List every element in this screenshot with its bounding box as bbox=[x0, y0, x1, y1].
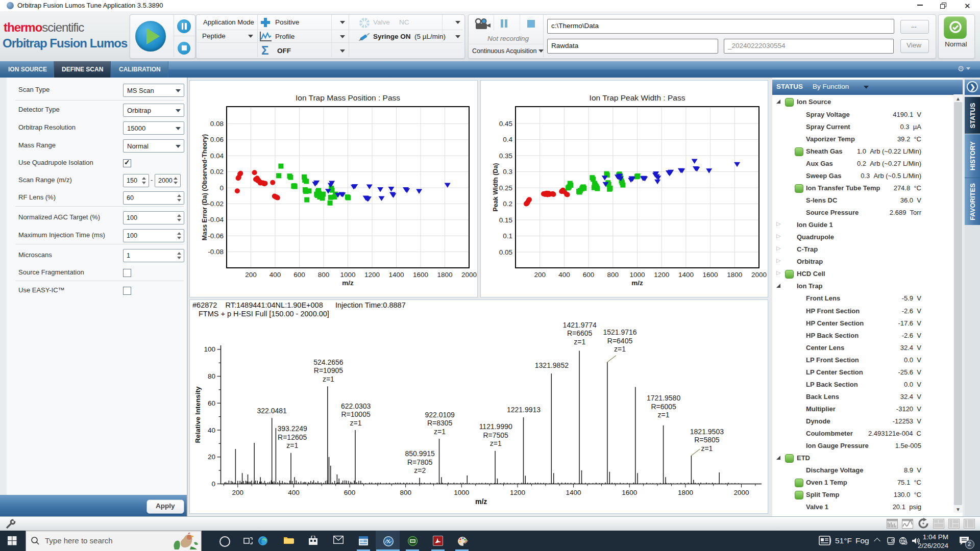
svg-text:0.4: 0.4 bbox=[503, 136, 512, 143]
svg-text:Peak Width (Da): Peak Width (Da) bbox=[492, 163, 499, 211]
svg-text:z=1: z=1 bbox=[490, 439, 502, 447]
svg-text:1221.9913: 1221.9913 bbox=[507, 406, 541, 414]
svg-text:1400: 1400 bbox=[566, 489, 581, 496]
svg-text:200: 200 bbox=[534, 271, 546, 279]
svg-text:z=1: z=1 bbox=[614, 345, 626, 353]
svg-text:524.2656: 524.2656 bbox=[313, 358, 344, 366]
svg-text:m/z: m/z bbox=[631, 279, 643, 287]
svg-text:1600: 1600 bbox=[622, 489, 637, 496]
svg-text:R=5805: R=5805 bbox=[694, 436, 720, 444]
svg-text:1200: 1200 bbox=[654, 271, 669, 279]
svg-text:R=7505: R=7505 bbox=[483, 431, 508, 439]
svg-text:z=1: z=1 bbox=[350, 419, 362, 427]
svg-text:80: 80 bbox=[208, 372, 215, 380]
svg-text:1121.9990: 1121.9990 bbox=[479, 422, 512, 431]
svg-text:0.15: 0.15 bbox=[499, 216, 512, 224]
svg-text:1600: 1600 bbox=[703, 271, 718, 279]
svg-text:-0.02: -0.02 bbox=[208, 200, 224, 208]
svg-text:0: 0 bbox=[219, 184, 224, 192]
svg-text:0.06: 0.06 bbox=[210, 136, 224, 143]
svg-text:1000: 1000 bbox=[629, 271, 645, 279]
svg-text:Ion Trap Mass Position : Pass: Ion Trap Mass Position : Pass bbox=[296, 93, 400, 102]
svg-text:z=1: z=1 bbox=[323, 375, 334, 383]
svg-text:z=1: z=1 bbox=[434, 428, 446, 436]
svg-text:800: 800 bbox=[607, 271, 619, 279]
svg-text:0.45: 0.45 bbox=[499, 120, 512, 128]
svg-text:600: 600 bbox=[344, 489, 356, 496]
svg-text:Relative Intensity: Relative Intensity bbox=[194, 386, 202, 443]
svg-text:#62872 RT:1489441:04NL:1.90: #62872 RT:1489441:04NL:1.90E+008 Injecti… bbox=[192, 301, 406, 309]
svg-text:z=2: z=2 bbox=[414, 466, 426, 474]
svg-text:1400: 1400 bbox=[678, 271, 694, 279]
svg-text:40: 40 bbox=[208, 427, 215, 434]
svg-text:m/z: m/z bbox=[475, 497, 487, 506]
svg-text:0.3: 0.3 bbox=[503, 168, 512, 176]
svg-text:1800: 1800 bbox=[678, 489, 693, 496]
svg-text:0.04: 0.04 bbox=[210, 152, 224, 160]
svg-text:600: 600 bbox=[583, 271, 595, 279]
svg-text:-0.06: -0.06 bbox=[208, 232, 224, 240]
svg-text:0.25: 0.25 bbox=[499, 184, 512, 192]
svg-text:20: 20 bbox=[208, 453, 215, 461]
svg-text:0.05: 0.05 bbox=[499, 248, 512, 256]
svg-text:0.02: 0.02 bbox=[210, 168, 224, 176]
svg-text:322.0481: 322.0481 bbox=[257, 407, 287, 415]
svg-text:1321.9852: 1321.9852 bbox=[535, 361, 569, 369]
svg-text:m/z: m/z bbox=[342, 279, 354, 287]
svg-text:0.08: 0.08 bbox=[210, 120, 224, 128]
svg-text:393.2249: 393.2249 bbox=[277, 424, 307, 433]
svg-text:R=12605: R=12605 bbox=[278, 433, 307, 441]
svg-text:2000: 2000 bbox=[751, 271, 767, 279]
svg-text:1421.9774: 1421.9774 bbox=[563, 321, 597, 329]
svg-text:100: 100 bbox=[204, 345, 215, 353]
svg-text:800: 800 bbox=[318, 271, 330, 279]
svg-text:2000: 2000 bbox=[461, 271, 477, 279]
svg-text:200: 200 bbox=[232, 489, 244, 496]
svg-text:2000: 2000 bbox=[733, 489, 749, 496]
svg-text:z=1: z=1 bbox=[286, 441, 298, 449]
svg-text:922.0109: 922.0109 bbox=[425, 411, 455, 419]
svg-text:850.9915: 850.9915 bbox=[405, 449, 435, 458]
svg-text:FTMS + p H-ESI Full [150.00 -: FTMS + p H-ESI Full [150.00 - 2000.00] bbox=[199, 310, 329, 318]
svg-text:1521.9716: 1521.9716 bbox=[603, 328, 636, 336]
svg-text:1400: 1400 bbox=[388, 271, 404, 279]
svg-text:800: 800 bbox=[400, 489, 411, 496]
svg-text:1000: 1000 bbox=[340, 271, 355, 279]
svg-text:Ion Trap Peak Width : Pass: Ion Trap Peak Width : Pass bbox=[590, 93, 685, 102]
svg-text:400: 400 bbox=[270, 271, 281, 279]
svg-text:R=10005: R=10005 bbox=[341, 410, 370, 418]
svg-text:R=6005: R=6005 bbox=[651, 403, 676, 411]
svg-text:400: 400 bbox=[558, 271, 570, 279]
svg-text:-0.04: -0.04 bbox=[208, 216, 224, 223]
svg-text:600: 600 bbox=[293, 271, 305, 279]
svg-text:0.2: 0.2 bbox=[503, 200, 512, 208]
svg-text:1800: 1800 bbox=[727, 271, 742, 279]
svg-text:z=1: z=1 bbox=[701, 444, 713, 453]
svg-text:1000: 1000 bbox=[454, 489, 469, 496]
svg-text:1721.9580: 1721.9580 bbox=[647, 394, 680, 402]
svg-text:622.0303: 622.0303 bbox=[341, 402, 371, 410]
svg-text:0.1: 0.1 bbox=[503, 232, 512, 240]
svg-text:1800: 1800 bbox=[437, 271, 452, 279]
svg-text:R=6405: R=6405 bbox=[607, 337, 633, 345]
svg-text:200: 200 bbox=[245, 271, 257, 279]
svg-text:1200: 1200 bbox=[510, 489, 525, 496]
svg-text:z=1: z=1 bbox=[658, 411, 670, 419]
svg-text:R=6605: R=6605 bbox=[567, 329, 593, 337]
svg-text:R=10905: R=10905 bbox=[314, 366, 343, 374]
svg-text:z=1: z=1 bbox=[574, 338, 585, 346]
svg-text:1821.9503: 1821.9503 bbox=[690, 428, 724, 436]
svg-text:1200: 1200 bbox=[364, 271, 380, 279]
svg-text:1600: 1600 bbox=[413, 271, 428, 279]
svg-text:60: 60 bbox=[208, 399, 215, 407]
svg-text:400: 400 bbox=[288, 489, 300, 496]
svg-text:Mass Error (Da) (Observed-Theo: Mass Error (Da) (Observed-Theory) bbox=[201, 134, 208, 240]
svg-text:0.35: 0.35 bbox=[499, 152, 512, 160]
svg-text:0: 0 bbox=[211, 480, 215, 488]
svg-text:-0.08: -0.08 bbox=[208, 248, 224, 256]
svg-text:R=7805: R=7805 bbox=[407, 458, 433, 466]
svg-text:R=8305: R=8305 bbox=[427, 419, 453, 427]
